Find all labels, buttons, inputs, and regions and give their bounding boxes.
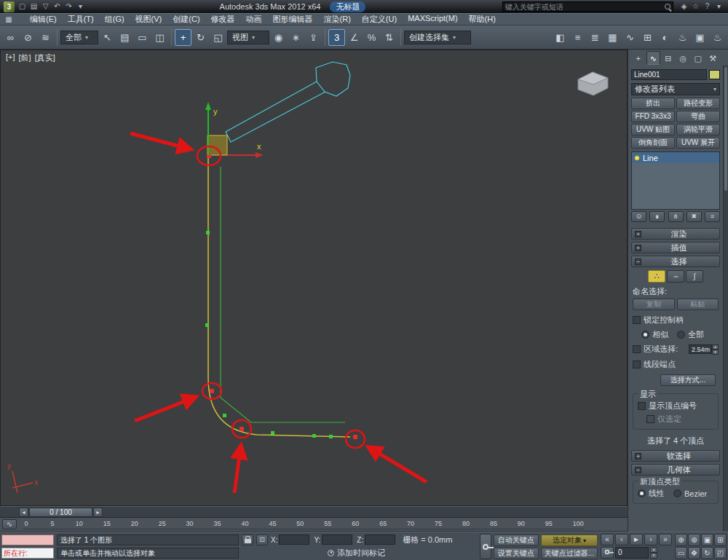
spinner-down-icon[interactable] xyxy=(712,350,719,355)
scrollbar-thumb[interactable] xyxy=(724,67,727,191)
menu-item[interactable]: 编辑(E) xyxy=(25,13,62,25)
paste-button[interactable]: 粘贴 xyxy=(677,299,719,310)
rollout-geometry[interactable]: − 几何体 xyxy=(631,464,720,476)
collapse-icon[interactable]: − xyxy=(635,259,641,265)
selection-filter-dropdown[interactable]: 全部 xyxy=(60,31,98,44)
play-icon[interactable]: ► xyxy=(630,534,643,545)
selection-lock-toggle[interactable] xyxy=(242,535,253,545)
select-and-scale-icon[interactable]: ◱ xyxy=(210,29,226,46)
maxscript-listener-line[interactable]: 所在行: xyxy=(1,548,54,559)
use-pivot-center-icon[interactable]: ◉ xyxy=(270,29,287,46)
menu-item[interactable]: 创建(C) xyxy=(167,13,205,25)
reference-coordinate-dropdown[interactable]: 视图 xyxy=(227,31,269,44)
x-coordinate-field[interactable] xyxy=(279,535,309,545)
save-file-icon[interactable]: ▽ xyxy=(40,1,51,12)
graphite-ribbon-icon[interactable]: ▦ xyxy=(604,29,621,46)
segment-mode-icon[interactable]: ⌢ xyxy=(667,270,684,283)
schematic-view-icon[interactable]: ⊞ xyxy=(639,29,656,46)
rollout-rendering[interactable]: + 渲染 xyxy=(631,228,720,240)
rollout-interpolation[interactable]: + 插值 xyxy=(631,242,720,253)
spinner-up-icon[interactable] xyxy=(650,547,657,553)
spinner-down-icon[interactable] xyxy=(650,553,657,559)
modifier-preset-button[interactable]: FFD 3x3x3 xyxy=(631,111,675,122)
y-coordinate-field[interactable] xyxy=(322,535,352,545)
open-file-icon[interactable]: ▤ xyxy=(28,1,39,12)
search-input[interactable] xyxy=(505,3,662,11)
modifier-preset-button[interactable]: 路径变形 xyxy=(676,98,720,109)
pin-stack-icon[interactable]: ⊙ xyxy=(631,211,646,222)
track-bar[interactable]: ∿ 05101520253035404550556065707580859095… xyxy=(0,518,628,532)
help-dropdown-icon[interactable]: ▾ xyxy=(713,1,724,12)
go-to-start-icon[interactable]: « xyxy=(601,534,614,545)
bind-to-space-warp-icon[interactable]: ≋ xyxy=(37,29,54,46)
visibility-bulb-icon[interactable] xyxy=(634,155,640,161)
hierarchy-tab[interactable]: ⊟ xyxy=(661,51,676,65)
menu-item[interactable]: 图形编辑器 xyxy=(268,13,318,25)
vertex-markers[interactable] xyxy=(205,231,333,438)
viewport-shading-menu[interactable]: [真实] xyxy=(35,52,55,63)
menu-item[interactable]: 视图(V) xyxy=(130,13,167,25)
rollout-soft-selection[interactable]: + 软选择 xyxy=(631,450,720,462)
menu-item[interactable]: 自定义(U) xyxy=(357,13,402,25)
viewport-general-menu[interactable]: [+] xyxy=(6,52,15,63)
viewport-view-menu[interactable]: [前] xyxy=(19,52,31,63)
menu-item[interactable]: 工具(T) xyxy=(63,13,99,25)
spinner-up-icon[interactable] xyxy=(712,344,719,350)
select-by-name-icon[interactable]: ▤ xyxy=(116,29,133,46)
editable-spline[interactable] xyxy=(205,135,357,439)
zoom-icon[interactable]: ⊕ xyxy=(675,534,687,546)
selected-vertex-markers[interactable] xyxy=(207,154,357,439)
material-editor-icon[interactable]: ◐ xyxy=(657,29,673,46)
vertex-mode-icon[interactable]: ∴ xyxy=(648,270,665,283)
menu-item[interactable]: 修改器 xyxy=(206,13,240,25)
rollout-selection[interactable]: − 选择 xyxy=(631,256,720,267)
workspace-dropdown-icon[interactable]: ▾ xyxy=(75,1,86,12)
expand-icon[interactable]: + xyxy=(635,245,641,251)
selected-filter-dropdown[interactable]: 选定对象 xyxy=(541,535,598,546)
show-end-result-icon[interactable]: ∎ xyxy=(649,211,665,222)
maxscript-macro-recorder[interactable] xyxy=(1,535,54,545)
modifier-preset-button[interactable]: 涡轮平滑 xyxy=(676,124,720,135)
key-filters-button[interactable]: 关键点过滤器... xyxy=(541,548,598,559)
maximize-viewport-icon[interactable]: ◰ xyxy=(714,547,727,559)
current-frame-field[interactable]: 0 xyxy=(615,547,649,559)
modifier-preset-button[interactable]: 挤出 xyxy=(631,98,675,109)
redo-icon[interactable]: ↷ xyxy=(63,1,74,12)
modifier-preset-button[interactable]: UVW 贴图 xyxy=(631,124,675,135)
menu-item[interactable]: 渲染(R) xyxy=(319,13,356,25)
orbit-icon[interactable]: ↻ xyxy=(701,547,713,559)
modify-tab[interactable]: ∿ xyxy=(646,51,661,65)
set-key-button[interactable]: 设置关键点 xyxy=(494,548,539,559)
zoom-region-icon[interactable]: ▭ xyxy=(675,547,687,559)
previous-frame-arrow[interactable] xyxy=(19,508,28,517)
select-object-icon[interactable]: ↖ xyxy=(99,29,116,46)
display-tab[interactable]: ▢ xyxy=(691,51,705,65)
alike-radio[interactable] xyxy=(641,331,649,339)
remove-modifier-icon[interactable]: ✖ xyxy=(687,211,702,222)
modifier-preset-button[interactable]: 弯曲 xyxy=(676,111,720,122)
curve-editor-icon[interactable]: ∿ xyxy=(622,29,638,46)
z-coordinate-field[interactable] xyxy=(365,535,395,545)
menu-item[interactable]: 动画 xyxy=(241,13,267,25)
stack-item-line[interactable]: Line xyxy=(632,152,719,163)
modifier-preset-button[interactable]: UVW 展开 xyxy=(676,137,720,149)
show-vertex-numbers-checkbox[interactable] xyxy=(638,402,646,410)
bezier-vertex-radio[interactable] xyxy=(673,489,681,497)
layer-manager-icon[interactable]: ≣ xyxy=(587,29,604,46)
area-threshold-value[interactable]: 2.54m xyxy=(689,344,712,354)
add-time-tag[interactable]: 添加时间标记 xyxy=(328,548,385,559)
set-keys-button[interactable] xyxy=(480,534,491,559)
selection-region-icon[interactable]: ▭ xyxy=(134,29,151,46)
selected-only-checkbox[interactable] xyxy=(646,415,654,423)
render-setup-icon[interactable]: ♨ xyxy=(674,29,691,46)
search-icon[interactable] xyxy=(665,4,670,9)
modifier-preset-button[interactable]: 倒角剖面 xyxy=(631,137,675,149)
select-by-button[interactable]: 选择方式... xyxy=(660,374,716,386)
lock-handles-checkbox[interactable] xyxy=(633,316,641,324)
collapse-icon[interactable]: − xyxy=(635,467,641,473)
select-and-manipulate-icon[interactable]: ∗ xyxy=(288,29,304,46)
key-mode-toggle[interactable] xyxy=(601,547,614,559)
viewcube[interactable] xyxy=(578,72,608,95)
window-crossing-icon[interactable]: ◫ xyxy=(151,29,168,46)
viewport-canvas[interactable]: y x xyxy=(1,50,628,506)
